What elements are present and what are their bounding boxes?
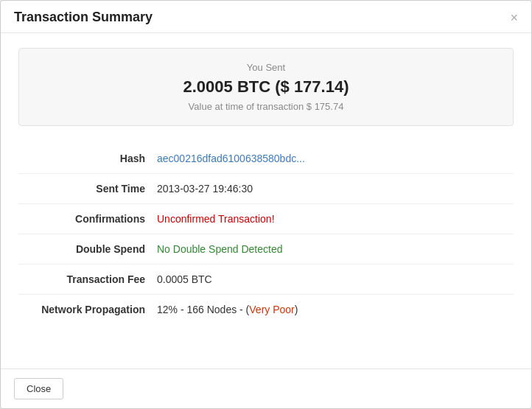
sent-time-label: Sent Time — [18, 174, 151, 204]
network-propagation-value: 12% - 166 Nodes - (Very Poor) — [151, 295, 514, 325]
table-row: Hash aec00216dfad6100638580bdc... — [18, 144, 514, 174]
table-row: Confirmations Unconfirmed Transaction! — [18, 204, 514, 234]
hash-label: Hash — [18, 144, 151, 174]
sent-time-value: 2013-03-27 19:46:30 — [151, 174, 514, 204]
summary-value-label: Value at time of transaction $ 175.74 — [34, 101, 498, 112]
hash-link[interactable]: aec00216dfad6100638580bdc... — [157, 153, 305, 164]
summary-box: You Sent 2.0005 BTC ($ 177.14) Value at … — [18, 48, 514, 126]
dialog-footer: Close — [1, 368, 531, 408]
table-row: Sent Time 2013-03-27 19:46:30 — [18, 174, 514, 204]
network-propagation-suffix: ) — [295, 304, 298, 315]
network-propagation-label: Network Propagation — [18, 295, 151, 325]
table-row: Double Spend No Double Spend Detected — [18, 234, 514, 265]
network-propagation-highlight: Very Poor — [249, 304, 294, 315]
dialog-title: Transaction Summary — [14, 10, 153, 25]
network-propagation-prefix: 12% - 166 Nodes - ( — [157, 304, 249, 315]
double-spend-label: Double Spend — [18, 234, 151, 265]
summary-amount: 2.0005 BTC ($ 177.14) — [34, 77, 498, 97]
close-icon[interactable]: × — [510, 11, 518, 24]
hash-value: aec00216dfad6100638580bdc... — [151, 144, 514, 174]
dialog-header: Transaction Summary × — [1, 1, 531, 33]
transaction-fee-value: 0.0005 BTC — [151, 265, 514, 295]
transaction-summary-dialog: Transaction Summary × You Sent 2.0005 BT… — [0, 0, 532, 409]
table-row: Network Propagation 12% - 166 Nodes - (V… — [18, 295, 514, 325]
confirmations-label: Confirmations — [18, 204, 151, 234]
close-button[interactable]: Close — [14, 378, 63, 399]
transaction-fee-label: Transaction Fee — [18, 265, 151, 295]
confirmations-value: Unconfirmed Transaction! — [151, 204, 514, 234]
table-row: Transaction Fee 0.0005 BTC — [18, 265, 514, 295]
dialog-body: You Sent 2.0005 BTC ($ 177.14) Value at … — [1, 33, 531, 368]
double-spend-value: No Double Spend Detected — [151, 234, 514, 265]
details-table: Hash aec00216dfad6100638580bdc... Sent T… — [18, 144, 514, 324]
summary-label: You Sent — [34, 62, 498, 73]
